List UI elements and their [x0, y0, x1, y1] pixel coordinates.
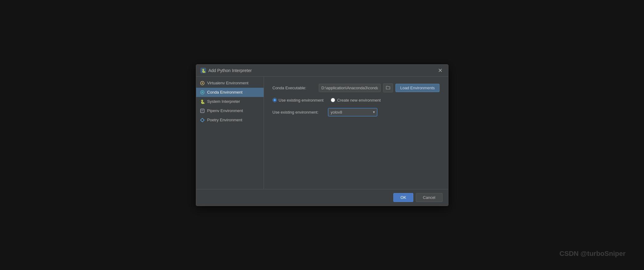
conda-executable-input-group: Load Environments [319, 83, 439, 92]
poetry-icon [200, 118, 205, 123]
ok-button[interactable]: OK [393, 193, 413, 202]
sidebar-item-pipenv[interactable]: Pipenv Environment [196, 106, 264, 115]
radio-create-new-input[interactable] [331, 98, 335, 102]
use-existing-env-label: Use existing environment: [273, 110, 325, 115]
svg-rect-7 [200, 109, 204, 113]
conda-icon [200, 90, 205, 95]
radio-group: Use existing environment Create new envi… [273, 98, 439, 103]
conda-executable-row: Conda Executable: Load Environments [273, 83, 439, 92]
add-python-interpreter-dialog: 🐍 Add Python Interpreter ✕ Virtualenv En… [196, 64, 448, 206]
env-select[interactable]: yolov8 base py39 tf2 [328, 108, 377, 116]
radio-use-existing-option[interactable]: Use existing environment [273, 98, 324, 103]
radio-use-existing-label: Use existing environment [279, 98, 324, 103]
folder-browse-button[interactable] [383, 83, 393, 92]
dialog-body: Virtualenv Environment Conda Environment [196, 77, 448, 189]
sidebar: Virtualenv Environment Conda Environment [196, 77, 264, 189]
folder-icon [386, 85, 390, 90]
sidebar-item-conda-label: Conda Environment [207, 90, 243, 95]
svg-text:🐍: 🐍 [201, 68, 206, 73]
env-select-wrapper: yolov8 base py39 tf2 [328, 108, 377, 116]
cancel-button[interactable]: Cancel [416, 193, 442, 202]
sidebar-item-system-label: System Interpreter [207, 99, 240, 104]
sidebar-item-poetry-label: Poetry Environment [207, 118, 242, 122]
load-environments-button[interactable]: Load Environments [395, 84, 439, 92]
use-existing-env-row: Use existing environment: yolov8 base py… [273, 108, 439, 116]
sidebar-item-conda[interactable]: Conda Environment [196, 88, 264, 97]
pipenv-icon [200, 108, 205, 113]
svg-marker-10 [200, 118, 204, 122]
sidebar-item-virtualenv[interactable]: Virtualenv Environment [196, 79, 264, 88]
svg-point-5 [201, 91, 203, 93]
radio-create-new-option[interactable]: Create new environment [331, 98, 381, 103]
dialog-title-text: Add Python Interpreter [209, 68, 437, 73]
dialog-title-icon: 🐍 [200, 68, 206, 73]
close-button[interactable]: ✕ [437, 68, 444, 73]
sidebar-item-virtualenv-label: Virtualenv Environment [207, 81, 249, 85]
svg-text:🐍: 🐍 [200, 99, 205, 104]
dialog-footer: OK Cancel [196, 189, 448, 206]
conda-executable-input[interactable] [319, 84, 381, 92]
dialog-overlay: 🐍 Add Python Interpreter ✕ Virtualenv En… [0, 0, 644, 270]
radio-use-existing-input[interactable] [273, 98, 277, 102]
dialog-title-bar: 🐍 Add Python Interpreter ✕ [196, 65, 448, 77]
sidebar-item-pipenv-label: Pipenv Environment [207, 108, 243, 113]
sidebar-item-system[interactable]: 🐍 System Interpreter [196, 97, 264, 106]
sidebar-item-poetry[interactable]: Poetry Environment [196, 115, 264, 125]
virtualenv-icon [200, 81, 205, 86]
radio-create-new-label: Create new environment [337, 98, 381, 103]
system-icon: 🐍 [200, 99, 205, 104]
conda-executable-label: Conda Executable: [273, 86, 316, 90]
svg-point-3 [202, 83, 203, 84]
main-content: Conda Executable: Load Environments [264, 77, 448, 189]
